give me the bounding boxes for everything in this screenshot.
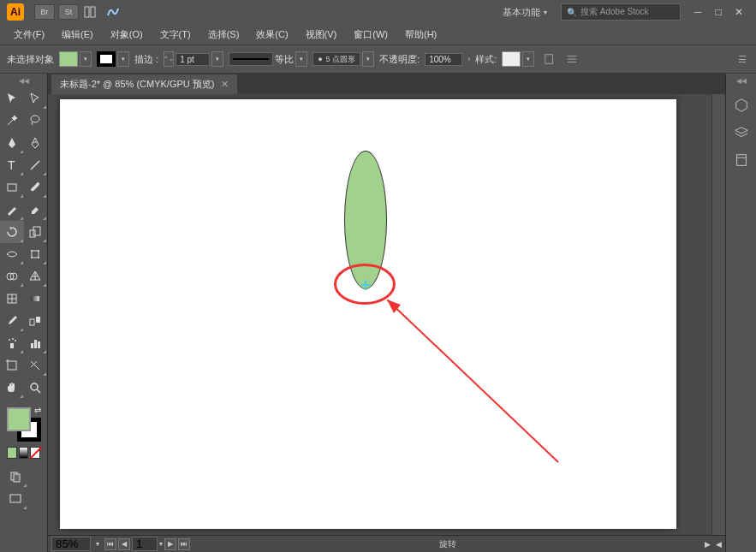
scale-tool[interactable] (24, 221, 48, 243)
svg-point-32 (31, 383, 38, 390)
eraser-tool[interactable] (24, 199, 48, 221)
zoom-tool[interactable] (24, 377, 48, 399)
drawing-mode-icon[interactable] (3, 466, 27, 488)
stroke-swatch[interactable] (97, 51, 116, 67)
artboard[interactable] (60, 99, 676, 529)
artboard-number-input[interactable] (132, 537, 158, 551)
bridge-button[interactable]: Br (34, 4, 55, 20)
menu-window[interactable]: 窗口(W) (345, 26, 396, 44)
tab-close-icon[interactable]: ✕ (221, 79, 229, 90)
canvas-viewport[interactable] (48, 94, 725, 535)
screen-mode-icon[interactable] (3, 488, 27, 510)
color-mode-gradient[interactable] (19, 447, 29, 459)
stroke-weight-down[interactable]: ⌃⌄ (164, 51, 174, 67)
toolbar: ◀◀ T (0, 74, 48, 552)
status-hscroll-left[interactable]: ◀ (716, 540, 722, 549)
blend-tool[interactable] (24, 310, 48, 332)
menu-view[interactable]: 视图(V) (297, 26, 346, 44)
menu-edit[interactable]: 编辑(E) (53, 26, 102, 44)
properties-panel-icon[interactable] (732, 96, 751, 115)
gradient-tool[interactable] (24, 288, 48, 310)
menu-help[interactable]: 帮助(H) (396, 26, 445, 44)
first-artboard-button[interactable]: ⏮ (104, 538, 116, 550)
brush-definition[interactable]: ● 5 点圆形 (313, 52, 360, 66)
layers-panel-icon[interactable] (732, 123, 751, 142)
maximize-button[interactable]: □ (708, 3, 729, 21)
svg-rect-7 (30, 230, 35, 237)
free-transform-tool[interactable] (24, 243, 48, 265)
zoom-input[interactable] (51, 537, 91, 551)
rail-collapse-icon[interactable]: ◀◀ (736, 77, 747, 87)
color-mode-solid[interactable] (7, 447, 17, 459)
swap-fill-stroke-icon[interactable]: ⇄ (34, 406, 41, 415)
vertical-scrollbar[interactable] (711, 94, 725, 535)
column-graph-tool[interactable] (24, 332, 48, 354)
prev-artboard-button[interactable]: ◀ (118, 538, 130, 550)
graphic-style-swatch[interactable] (502, 51, 521, 67)
slice-tool[interactable] (24, 354, 48, 377)
direct-selection-tool[interactable] (24, 87, 48, 110)
fill-color-swatch[interactable] (7, 407, 31, 431)
fill-dropdown[interactable]: ▾ (80, 51, 92, 67)
minimize-button[interactable]: ─ (688, 3, 708, 21)
artboard-dropdown-icon[interactable]: ▾ (159, 540, 163, 548)
workspace-selector[interactable]: 基本功能 ▾ (496, 4, 554, 21)
stock-button[interactable]: St (58, 4, 79, 20)
svg-rect-20 (30, 319, 34, 325)
control-menu-icon[interactable]: ☰ (735, 53, 749, 65)
pen-tool[interactable] (0, 132, 24, 154)
stroke-dropdown[interactable]: ▾ (117, 51, 129, 67)
graphic-style-dropdown[interactable]: ▾ (522, 51, 534, 67)
selection-tool[interactable] (0, 87, 24, 110)
menu-file[interactable]: 文件(F) (5, 26, 53, 44)
eyedropper-tool[interactable] (0, 310, 24, 332)
stroke-profile-dropdown[interactable]: ▾ (295, 51, 307, 67)
menu-object[interactable]: 对象(O) (102, 26, 152, 44)
symbol-sprayer-tool[interactable] (0, 332, 24, 354)
line-tool[interactable] (24, 154, 48, 176)
status-play-icon[interactable]: ▶ (705, 540, 711, 549)
search-placeholder: 搜索 Adobe Stock (580, 6, 648, 18)
perspective-tool[interactable] (24, 265, 48, 288)
fill-stroke-swatches[interactable]: ⇄ (7, 407, 41, 442)
toolbar-collapse-icon[interactable]: ◀◀ (0, 77, 47, 87)
mesh-tool[interactable] (0, 288, 24, 310)
rotation-center-icon[interactable] (362, 282, 369, 288)
opacity-input[interactable] (425, 53, 462, 66)
shaper-tool[interactable] (0, 199, 24, 221)
width-tool[interactable] (0, 243, 24, 265)
opacity-chevron[interactable]: › (467, 55, 470, 63)
brush-dropdown[interactable]: ▾ (362, 51, 374, 67)
zoom-dropdown-icon[interactable]: ▾ (96, 540, 99, 548)
fill-swatch[interactable] (59, 51, 78, 67)
rotate-tool[interactable] (0, 221, 24, 243)
status-tool-label: 旋转 (439, 538, 456, 550)
close-button[interactable]: ✕ (729, 3, 749, 21)
stroke-profile[interactable] (229, 52, 273, 66)
menu-select[interactable]: 选择(S) (199, 26, 248, 44)
artboard-tool[interactable] (0, 354, 24, 377)
color-mode-none[interactable] (30, 447, 40, 459)
libraries-panel-icon[interactable] (732, 151, 751, 169)
arrange-windows-icon[interactable] (82, 5, 99, 19)
stroke-weight-input[interactable] (176, 53, 210, 66)
shape-builder-tool[interactable] (0, 265, 24, 288)
menu-type[interactable]: 文字(T) (152, 26, 199, 44)
rectangle-tool[interactable] (0, 176, 24, 199)
paintbrush-tool[interactable] (24, 176, 48, 199)
magic-wand-tool[interactable] (0, 110, 24, 132)
stroke-weight-dropdown[interactable]: ▾ (211, 51, 223, 67)
hand-tool[interactable] (0, 377, 24, 399)
gpu-preview-icon[interactable] (104, 5, 122, 19)
preferences-icon[interactable] (565, 53, 579, 65)
curvature-tool[interactable] (24, 132, 48, 154)
next-artboard-button[interactable]: ▶ (164, 538, 176, 550)
type-tool[interactable]: T (0, 154, 24, 176)
document-tab[interactable]: 未标题-2* @ 85% (CMYK/GPU 预览) ✕ (51, 74, 237, 94)
svg-rect-26 (31, 343, 33, 348)
last-artboard-button[interactable]: ⏭ (178, 538, 190, 550)
menu-effect[interactable]: 效果(C) (247, 26, 296, 44)
doc-setup-icon[interactable] (543, 53, 557, 65)
lasso-tool[interactable] (24, 110, 48, 132)
search-input[interactable]: 🔍 搜索 Adobe Stock (561, 3, 681, 21)
